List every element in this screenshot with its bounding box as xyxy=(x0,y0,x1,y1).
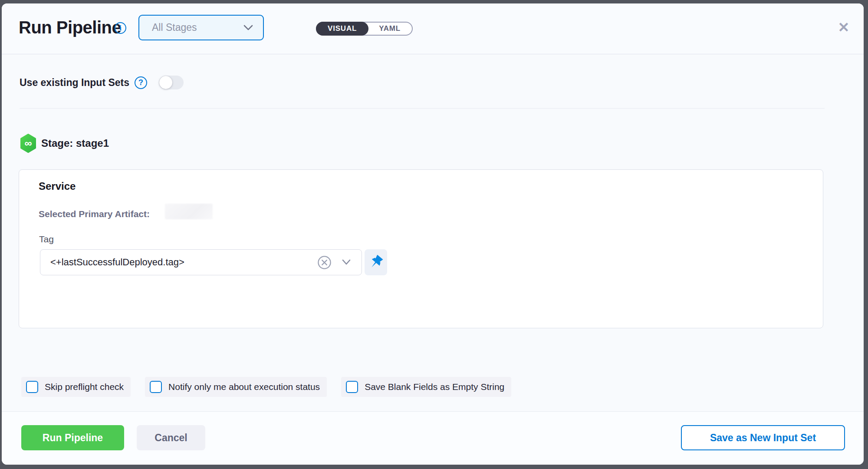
checkbox-label: Skip preflight check xyxy=(45,382,124,392)
option-skip-preflight[interactable]: Skip preflight check xyxy=(21,377,131,397)
service-card-title: Service xyxy=(39,180,76,192)
input-sets-toggle[interactable] xyxy=(159,76,184,89)
infinity-glyph: ∞ xyxy=(24,137,32,149)
info-icon[interactable]: i xyxy=(115,22,126,34)
checkbox[interactable] xyxy=(346,381,358,393)
checkbox-label: Save Blank Fields as Empty String xyxy=(365,382,504,392)
tab-yaml[interactable]: YAML xyxy=(368,23,412,35)
tab-visual[interactable]: VISUAL xyxy=(316,22,368,36)
service-card: Service Selected Primary Artifact: Tag xyxy=(19,169,823,328)
checkbox[interactable] xyxy=(150,381,162,393)
cancel-button[interactable]: Cancel xyxy=(137,425,205,450)
dialog-header: Run Pipeline i All Stages VISUAL YAML ✕ xyxy=(2,3,864,54)
option-save-blank-fields[interactable]: Save Blank Fields as Empty String xyxy=(341,377,511,397)
dialog-title: Run Pipeline xyxy=(19,18,121,37)
runtime-input-pin-button[interactable] xyxy=(365,249,387,275)
section-divider xyxy=(20,108,825,109)
save-as-new-input-set-button[interactable]: Save as New Input Set xyxy=(681,425,845,450)
stage-select-dropdown[interactable]: All Stages xyxy=(138,15,264,40)
toggle-knob xyxy=(159,76,172,89)
stage-select-value: All Stages xyxy=(152,22,243,33)
option-notify-only-me[interactable]: Notify only me about execution status xyxy=(145,377,327,397)
run-pipeline-button[interactable]: Run Pipeline xyxy=(21,425,124,450)
view-mode-toggle: VISUAL YAML xyxy=(316,22,413,36)
stage-label: Stage: stage1 xyxy=(41,137,109,149)
close-icon: ✕ xyxy=(838,19,850,36)
selected-artifact-label: Selected Primary Artifact: xyxy=(39,209,150,219)
tag-input-wrapper xyxy=(40,249,362,275)
checkbox[interactable] xyxy=(26,381,38,393)
clear-icon[interactable] xyxy=(317,255,332,270)
chevron-down-icon xyxy=(243,24,253,31)
artifact-value-redacted xyxy=(165,204,213,219)
tag-field-label: Tag xyxy=(39,234,54,244)
pushpin-icon xyxy=(368,255,383,270)
checkbox-label: Notify only me about execution status xyxy=(168,382,320,392)
tag-input[interactable] xyxy=(40,250,305,275)
input-sets-label: Use existing Input Sets xyxy=(20,77,129,89)
dialog-footer: Run Pipeline Cancel Save as New Input Se… xyxy=(2,411,864,465)
input-sets-row: Use existing Input Sets ? xyxy=(20,76,184,89)
close-button[interactable]: ✕ xyxy=(834,18,853,37)
stage-heading: ∞ Stage: stage1 xyxy=(20,134,109,153)
help-icon[interactable]: ? xyxy=(135,76,147,89)
chevron-down-icon[interactable] xyxy=(342,258,351,266)
execution-options: Skip preflight check Notify only me abou… xyxy=(21,377,511,397)
run-pipeline-dialog: Run Pipeline i All Stages VISUAL YAML ✕ … xyxy=(2,3,864,465)
stage-cd-icon: ∞ xyxy=(20,134,37,153)
